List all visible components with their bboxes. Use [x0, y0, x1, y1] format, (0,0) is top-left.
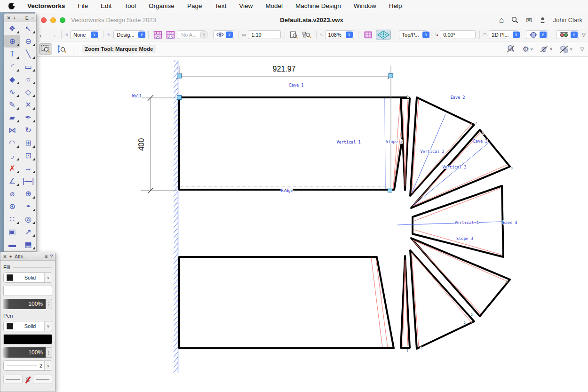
menu-item-9[interactable]: Machine Design [295, 2, 341, 9]
tool-holes[interactable]: ∷ [4, 213, 20, 225]
tool-line[interactable]: ╲ [20, 48, 36, 60]
tool-rectangle[interactable]: ▭ [20, 60, 36, 73]
chevron-down-icon[interactable]: ∨ [226, 32, 233, 38]
home-icon[interactable]: ⌂ [499, 16, 504, 25]
close-window-button[interactable] [41, 17, 47, 23]
apple-menu-icon[interactable] [8, 3, 15, 9]
fill-opacity-control[interactable]: 100% ⋮ [3, 299, 52, 309]
saved-views-icon[interactable] [65, 31, 68, 39]
plane-dropdown[interactable]: 2D Pl... ∨ [489, 30, 518, 39]
chevron-down-icon[interactable]: ∨ [91, 32, 98, 38]
menu-item-1[interactable]: File [78, 2, 88, 9]
user-name[interactable]: John Clark [553, 16, 582, 24]
close-icon[interactable]: ✕ [7, 15, 11, 21]
pen-opacity-value[interactable]: 100% [3, 347, 46, 358]
tool-extrude[interactable]: ⊡ [20, 149, 36, 162]
tool-flyover[interactable]: ❖ [4, 22, 20, 35]
tool-circle[interactable]: ○ [20, 73, 36, 86]
fill-style-dropdown[interactable]: Solid ∨ [3, 272, 52, 283]
end-marker-button[interactable] [33, 375, 52, 384]
tool-polyline[interactable]: ∿ [4, 86, 20, 98]
tool-rotate[interactable]: ↻ [20, 124, 36, 136]
back-button[interactable]: ← [38, 31, 47, 38]
tool-freehand[interactable]: ✎ [4, 98, 20, 111]
menu-item-6[interactable]: Text [215, 2, 226, 9]
menu-item-0[interactable]: Vectorworks [27, 2, 65, 9]
mail-icon[interactable]: ✉ [526, 16, 532, 24]
unified-view-button[interactable] [376, 30, 391, 40]
menu-item-2[interactable]: Edit [101, 2, 111, 9]
chevron-down-icon[interactable]: ∨ [422, 32, 429, 38]
pen-opacity-control[interactable]: 100% ⋮ [3, 347, 52, 358]
chevron-down-icon[interactable]: ∨ [346, 32, 353, 38]
start-marker-button[interactable] [3, 375, 23, 384]
tool-zoom-in[interactable]: ⊕ [4, 35, 20, 48]
palette-menu-icon[interactable]: ≡ [45, 254, 48, 259]
tool-slab[interactable]: ▬ [4, 238, 20, 251]
visibility-dropdown[interactable]: ∨ [213, 30, 234, 39]
chevron-down-icon[interactable]: ∨ [44, 321, 52, 331]
layer-dropdown[interactable]: Desig... ∨ [113, 30, 144, 39]
add-icon[interactable]: + [9, 254, 12, 259]
tool-fillet-edge[interactable]: ◞ [4, 149, 20, 162]
tool-clip[interactable]: ▣ [4, 225, 20, 238]
close-icon[interactable]: ✕ [3, 254, 7, 259]
panel-vertical-1[interactable] [179, 97, 409, 190]
tool-linear-dimension[interactable]: |—| [20, 175, 36, 187]
chevron-down-icon[interactable]: ∨ [44, 361, 52, 370]
tool-selection[interactable]: ↖ [20, 22, 36, 35]
menu-item-10[interactable]: Window [354, 2, 376, 9]
tool-text[interactable]: T [4, 48, 20, 60]
tool-fillet[interactable]: ◠ [4, 136, 20, 149]
menu-item-8[interactable]: Model [265, 2, 283, 9]
tool-polygon[interactable]: ◆ [4, 73, 20, 86]
tool-diameter-dimension[interactable]: ⌀ [4, 187, 20, 200]
rotation-input[interactable]: 0.00° [440, 30, 476, 39]
add-icon[interactable]: + [13, 15, 16, 21]
forward-button[interactable]: → [48, 31, 57, 38]
marquee-zoom-mode-button[interactable] [39, 43, 52, 55]
zoom-window-button[interactable] [60, 17, 65, 23]
tool-zoom-out[interactable]: ⊖ [20, 35, 36, 48]
no-snap-icon[interactable] [506, 45, 516, 53]
tool-delete[interactable]: ✗ [4, 162, 20, 175]
layers-icon[interactable] [107, 31, 111, 39]
tool-symbol[interactable]: ⊛ [4, 200, 20, 213]
chevron-down-icon[interactable]: ∨ [540, 32, 547, 38]
tool-eraser[interactable]: ▰ [4, 111, 20, 124]
wall-hatch-line[interactable] [174, 60, 178, 373]
help-icon[interactable]: ? [50, 254, 53, 259]
layer-options-icon[interactable] [362, 30, 374, 40]
class-options-menu[interactable]: ∨ [559, 45, 573, 53]
chevron-down-icon[interactable]: ∨ [44, 273, 52, 282]
view-dropdown[interactable]: Top/P... ∨ [399, 30, 427, 39]
line-weight-dropdown[interactable]: 2 ∨ [3, 360, 52, 371]
fit-objects-icon[interactable] [301, 30, 312, 40]
menu-item-4[interactable]: Organise [149, 2, 175, 9]
menu-item-11[interactable]: Help [389, 2, 402, 9]
tool-protractor[interactable]: ◓ [20, 200, 36, 213]
stereo-view-dropdown[interactable]: ∨ [556, 30, 579, 39]
render-mode-dropdown[interactable]: ∨ [526, 30, 548, 39]
pen-opacity-grip-icon[interactable]: ⋮ [46, 347, 52, 358]
tool-center-mark[interactable]: ⊕ [20, 187, 36, 200]
search-icon[interactable] [511, 16, 518, 24]
active-symbol-dropdown[interactable]: No A... ∨ [178, 30, 205, 39]
page-setup-icon[interactable] [484, 31, 486, 39]
pan-zoom-mode-button[interactable] [55, 43, 68, 55]
chevron-down-icon[interactable]: ∨ [571, 32, 578, 38]
menu-item-5[interactable]: Page [187, 2, 202, 9]
menu-item-7[interactable]: View [239, 2, 253, 9]
modebar-disclosure-icon[interactable]: ▽ [580, 46, 584, 52]
dock-icon[interactable]: E [25, 15, 29, 21]
menu-item-3[interactable]: Tool [124, 2, 136, 9]
fill-opacity-value[interactable]: 100% [3, 299, 46, 309]
no-marker-icon[interactable]: 8 [24, 376, 31, 384]
fill-opacity-grip-icon[interactable]: ⋮ [46, 299, 52, 309]
scale-input[interactable]: 1:10 [248, 30, 281, 39]
tool-paste[interactable]: ▤ [20, 238, 36, 251]
tool-reshape[interactable]: ◇ [20, 86, 36, 98]
minimize-window-button[interactable] [50, 17, 56, 23]
tool-mirror[interactable]: ⋈ [4, 124, 20, 136]
panel-vertical-1-lower[interactable] [179, 257, 394, 348]
